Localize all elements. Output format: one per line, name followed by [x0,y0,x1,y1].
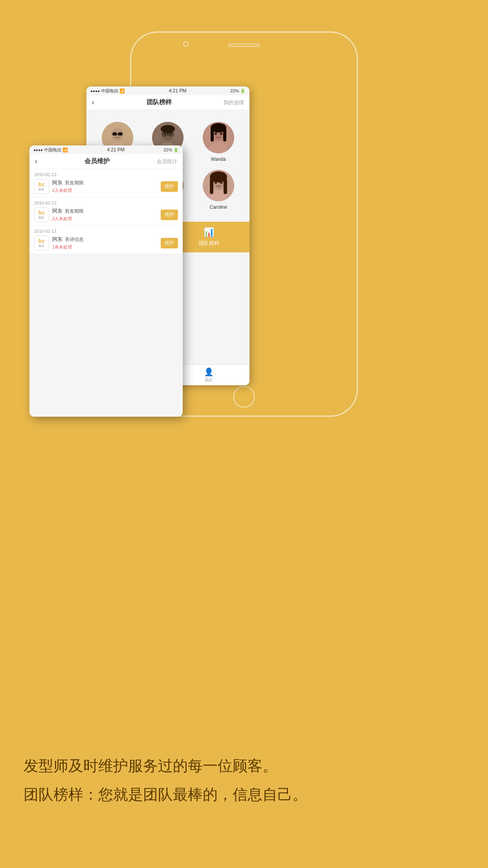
team-btn-label: 团队榜样 [199,240,219,247]
member-stats-link[interactable]: 会员统计 [157,158,177,165]
avatar-caroline [203,170,234,201]
member-info-2: 阿东 剪发期限 2人未处理 [52,208,158,222]
maintain-btn-3[interactable]: 维护 [161,238,178,248]
member-name-label-2: 阿东 [52,208,62,215]
mine-icon: 👤 [204,367,214,377]
phone-speaker [228,44,260,47]
member-info-top-2: 阿东 剪发期限 [52,208,158,215]
bc-logo-3: bc 美业 [34,235,49,250]
member-name-label-3: 阿东 [52,236,62,243]
member-row-1: bc 美业 阿东 剪发期限 2人未处理 维护 [34,179,178,194]
svg-point-20 [214,132,217,135]
member-row-3: bc 美业 阿东 美诗信息 1条未处理 维护 [34,235,178,250]
member-info-3: 阿东 美诗信息 1条未处理 [52,236,158,250]
date-label-1: 2016-02-13 [34,172,178,177]
carrier-label: 中国电信 [101,88,118,94]
bc-logo-1: bc 美业 [34,179,49,194]
svg-rect-24 [223,128,226,142]
pending-badge-2: 2人未处理 [52,216,158,222]
phone-home-button [233,386,255,408]
date-label-2: 2016-02-13 [34,200,178,205]
mine-label: 我的 [205,377,213,383]
front-wifi-icon: 📶 [62,147,68,153]
status-bar-front: ●●●● 中国电信 📶 4:21 PM 22% 🔋 [29,145,183,154]
member-info-top-3: 阿东 美诗信息 [52,236,158,243]
team-screen-header: ‹ 团队榜样 我的业绩 [86,95,250,110]
front-time: 4:21 PM [107,147,125,153]
back-button-front[interactable]: ‹ [35,157,37,166]
svg-rect-23 [211,128,214,142]
svg-point-16 [161,125,175,133]
svg-rect-5 [112,132,117,136]
phone-camera [183,41,189,47]
status-bar-left: ●●●● 中国电信 📶 [90,88,125,94]
avatar-wanda [203,122,234,153]
pending-badge-1: 2人未处理 [52,188,158,193]
member-row-2: bc 美业 阿东 剪发期限 2人未处理 维护 [34,207,178,222]
service-type-3: 美诗信息 [65,236,84,243]
list-item: 2016-02-13 bc 美业 阿东 剪发期限 2人未处理 维护 [29,197,183,226]
back-button-back[interactable]: ‹ [92,98,94,107]
front-signal-icon: ●●●● [33,148,43,152]
maintain-btn-2[interactable]: 维护 [161,210,178,220]
bottom-text-section: 发型师及时维护服务过的每一位顾客。 团队榜样：您就是团队最棒的，信息自己。 [0,748,488,821]
status-bar-back: ●●●● 中国电信 📶 4:21 PM 22% 🔋 [86,86,250,95]
member-screen-title: 会员维护 [84,157,110,166]
svg-rect-48 [210,178,213,194]
face-wanda [203,122,234,153]
member-name-label-1: 阿东 [52,179,62,186]
service-type-1: 剪发期限 [65,180,84,186]
svg-rect-49 [224,178,227,194]
member-info-1: 阿东 剪发期限 2人未处理 [52,179,158,193]
team-member-caroline[interactable]: Caroline [193,166,244,214]
face-caroline [203,170,234,201]
date-label-3: 2016-02-13 [34,229,178,234]
maintain-btn-1[interactable]: 维护 [161,181,178,192]
svg-point-21 [220,132,222,135]
front-carrier: 中国电信 [44,147,61,153]
battery-icon: 🔋 [240,88,246,94]
bottom-text-line-2: 团队榜样：您就是团队最棒的，信息自己。 [24,784,464,805]
time-display-back: 4:21 PM [169,88,187,94]
signal-icon: ●●●● [90,89,100,93]
list-item: 2016-02-13 bc 美业 阿东 美诗信息 1条未处理 维护 [29,226,183,254]
front-battery-label: 22% [163,147,172,152]
bc-logo-2: bc 美业 [34,207,49,222]
member-name-wanda: Wanda [211,156,226,162]
service-type-2: 剪发期限 [65,208,84,215]
bottom-text-line-1: 发型师及时维护服务过的每一位顾客。 [24,756,464,776]
member-info-top-1: 阿东 剪发期限 [52,179,158,186]
front-battery: 22% 🔋 [163,147,179,153]
front-phone-screen: ●●●● 中国电信 📶 4:21 PM 22% 🔋 ‹ 会员维护 会员统计 20… [29,145,183,417]
svg-rect-6 [118,132,123,136]
list-item: 2016-02-13 bc 美业 阿东 剪发期限 2人未处理 维护 [29,169,183,197]
member-screen-header: ‹ 会员维护 会员统计 [29,154,183,169]
battery-label: 22% [230,88,239,93]
battery-display-back: 22% 🔋 [230,88,246,94]
member-name-caroline: Caroline [209,204,227,210]
front-battery-icon: 🔋 [173,147,179,153]
pending-badge-3: 1条未处理 [52,244,158,250]
wifi-icon: 📶 [119,88,125,94]
member-list: 2016-02-13 bc 美业 阿东 剪发期限 2人未处理 维护 [29,169,183,254]
my-performance-link[interactable]: 我的业绩 [224,99,244,106]
team-screen-title: 团队榜样 [147,98,172,107]
team-member-wanda[interactable]: Wanda [193,118,244,166]
team-icon: 📊 [204,227,214,237]
front-status-left: ●●●● 中国电信 📶 [33,147,68,153]
